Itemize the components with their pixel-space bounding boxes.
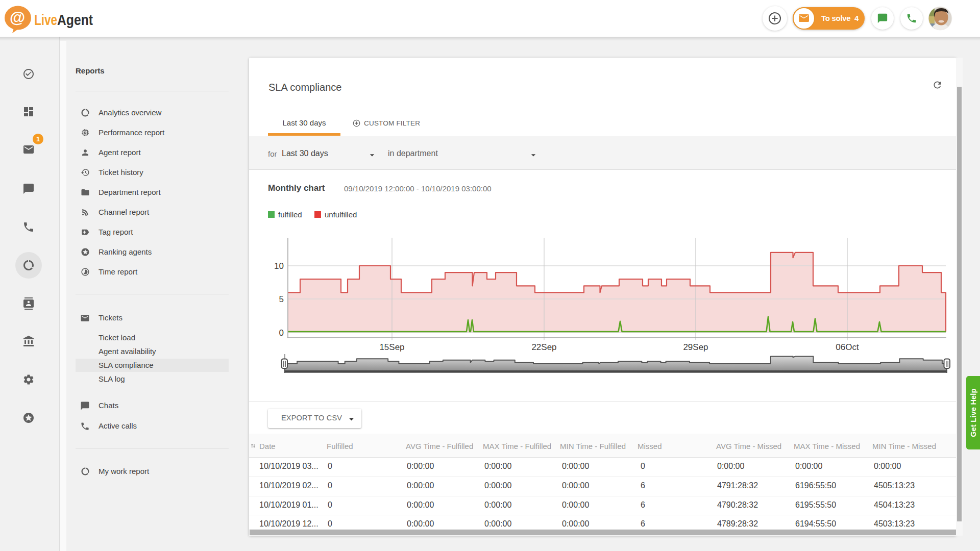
svg-text:@: @ xyxy=(10,9,25,27)
svg-text:Live: Live xyxy=(34,12,57,28)
svg-text:Agent: Agent xyxy=(57,12,93,28)
